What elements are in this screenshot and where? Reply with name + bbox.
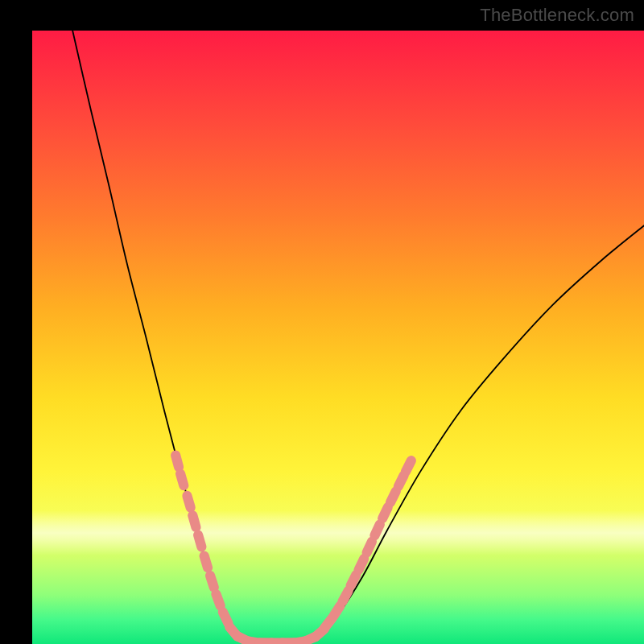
marker-bead [237, 636, 249, 642]
curve-markers [32, 31, 644, 644]
marker-bead [223, 612, 229, 623]
marker-bead [192, 515, 196, 527]
marker-bead [324, 618, 332, 628]
bottleneck-curve [32, 31, 644, 644]
marker-bead [248, 641, 260, 642]
marker-bead [304, 637, 316, 642]
marker-bead [180, 473, 184, 485]
marker-bead [210, 576, 214, 588]
marker-bead [374, 524, 379, 535]
marker-bead [187, 496, 190, 508]
marker-bead [229, 627, 237, 637]
marker-bead [175, 456, 179, 468]
marker-bead [333, 605, 340, 616]
marker-bead [204, 556, 208, 568]
marker-bead [382, 507, 388, 518]
plot-area [32, 31, 644, 644]
marker-bead [359, 559, 365, 570]
marker-bead [293, 641, 305, 642]
highlight-band [32, 510, 644, 555]
watermark-text: TheBottleneck.com [480, 5, 634, 26]
marker-bead [315, 629, 324, 637]
marker-bead [398, 475, 404, 486]
marker-bead [367, 542, 372, 553]
marker-bead [343, 591, 349, 601]
marker-bead [198, 535, 201, 547]
marker-bead [390, 491, 396, 502]
marker-bead [351, 575, 357, 586]
marker-bead [216, 594, 220, 605]
marker-bead [406, 460, 411, 472]
chart-container: TheBottleneck.com [0, 0, 644, 644]
